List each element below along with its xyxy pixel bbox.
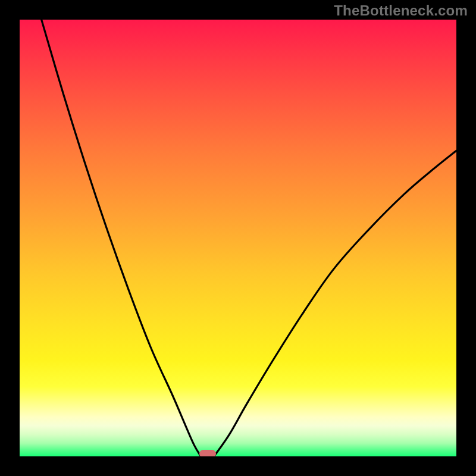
watermark-text: TheBottleneck.com (334, 2, 468, 19)
chart-frame: TheBottleneck.com (0, 0, 476, 476)
plot-area (20, 20, 456, 456)
left-curve (42, 20, 201, 456)
min-point-marker (199, 450, 216, 456)
right-curve (214, 151, 456, 456)
curve-layer (20, 20, 456, 456)
